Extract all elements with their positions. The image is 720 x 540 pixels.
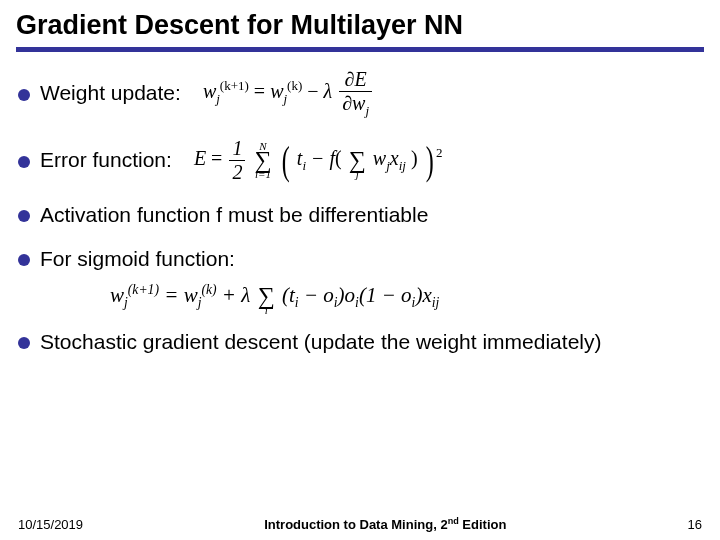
bullet-row: Stochastic gradient descent (update the … [18, 329, 702, 355]
equation-error: E = 12 N∑i=1 ( ti − f( ∑j wjxij ) )2 [194, 137, 443, 184]
bullet-text: Stochastic gradient descent (update the … [40, 329, 601, 355]
bullet-text: For sigmoid function: [40, 246, 235, 272]
bullet-icon [18, 89, 30, 101]
bullet-row: For sigmoid function: [18, 246, 702, 272]
bullet-text: Error function: [40, 147, 172, 173]
bullet-row: Error function: E = 12 N∑i=1 ( ti − f( ∑… [18, 137, 702, 184]
footer-page: 16 [688, 517, 702, 532]
equation-sigmoid-update: wj(k+1) = wj(k) + λ ∑i (ti − oi)oi(1 − o… [110, 279, 702, 316]
bullet-icon [18, 337, 30, 349]
bullet-icon [18, 254, 30, 266]
bullet-icon [18, 210, 30, 222]
footer-book: Introduction to Data Mining, 2nd Edition [264, 516, 506, 532]
footer-date: 10/15/2019 [18, 517, 83, 532]
bullet-text: Activation function f must be differenti… [40, 202, 428, 228]
slide-title: Gradient Descent for Multilayer NN [0, 0, 720, 47]
bullet-icon [18, 156, 30, 168]
bullet-row: Activation function f must be differenti… [18, 202, 702, 228]
title-divider [16, 47, 704, 52]
slide-body: Weight update: wj(k+1) = wj(k) − λ ∂E ∂w… [0, 56, 720, 356]
slide-footer: 10/15/2019 Introduction to Data Mining, … [0, 516, 720, 532]
bullet-row: Weight update: wj(k+1) = wj(k) − λ ∂E ∂w… [18, 68, 702, 119]
bullet-text: Weight update: [40, 80, 181, 106]
equation-weight-update: wj(k+1) = wj(k) − λ ∂E ∂wj [203, 68, 374, 119]
